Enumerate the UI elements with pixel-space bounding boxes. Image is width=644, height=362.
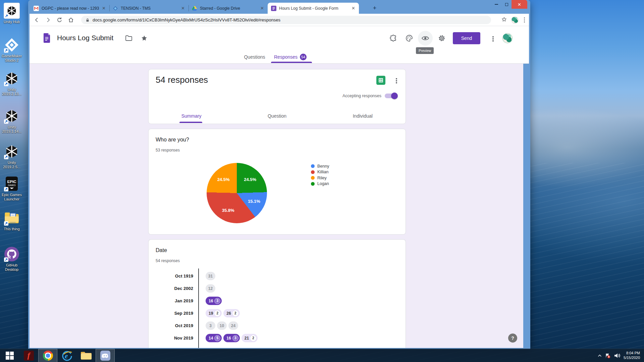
taskbar-apps: fe — [0, 349, 115, 362]
preview-eye-icon[interactable] — [418, 31, 433, 46]
send-button[interactable]: Send — [453, 32, 480, 44]
taskbar: fe 8:04 PM 5/15/2020 — [0, 349, 644, 362]
create-spreadsheet-icon[interactable] — [376, 76, 385, 85]
theme-palette-icon[interactable] — [405, 34, 413, 42]
desktop-icon-label: Unity 2019.1.14... — [1, 125, 23, 134]
github-icon — [4, 246, 20, 262]
tab-questions[interactable]: Questions — [239, 54, 270, 60]
date-bubble[interactable]: 262 — [223, 309, 239, 317]
summary-tab-summary[interactable]: Summary — [149, 113, 234, 119]
date-row: Nov 2019145163212 — [149, 332, 402, 344]
browser-tab[interactable]: Starred - Google Drive✕ — [189, 3, 268, 14]
date-row-label: Dec 2002 — [149, 286, 193, 291]
responses-count-badge: 54 — [300, 54, 307, 60]
tray-chevron-up-icon[interactable] — [598, 354, 602, 357]
lock-icon — [85, 18, 90, 22]
desktop-icon-github-desktop[interactable]: GitHub Desktop — [1, 246, 23, 272]
security-flag-icon[interactable] — [605, 353, 611, 359]
date-row: Dec 200212 — [149, 282, 402, 295]
accepting-responses-toggle[interactable] — [385, 94, 397, 98]
shortcut-arrow-icon — [4, 119, 8, 124]
taskbar-file-explorer[interactable] — [76, 349, 96, 362]
desktop-icon-unity-2019-2-5[interactable]: Unity 2019.2.5... — [1, 143, 23, 169]
taskbar-clock[interactable]: 8:04 PM 5/15/2020 — [624, 351, 640, 360]
forms-icon — [271, 6, 276, 11]
date-row-bubbles: 192262 — [206, 309, 240, 317]
desktop-icon-label: GameMaker Studio 2 — [1, 54, 23, 63]
desktop-icon-unity-hub[interactable]: Unity Hub — [1, 3, 23, 24]
reload-icon[interactable] — [55, 15, 64, 24]
legend-item: Killian — [311, 169, 329, 175]
date-bubble[interactable]: 163 — [206, 297, 222, 305]
shortcut-arrow-icon — [4, 155, 8, 159]
browser-tab[interactable]: Hours Log Submit - Google Form✕ — [268, 3, 359, 14]
desktop-icon-gamemaker-studio-2[interactable]: GameMaker Studio 2 — [1, 37, 23, 63]
url-bar[interactable]: docs.google.com/forms/d/1ICxCB3ImNykGyeA… — [81, 16, 491, 24]
date-bubble[interactable]: 24 — [228, 321, 238, 330]
legend-label: Logan — [317, 181, 329, 186]
date-bubble[interactable]: 163 — [223, 334, 239, 342]
legend-dot — [311, 182, 315, 186]
date-bubble[interactable]: 145 — [206, 334, 222, 342]
desktop-icon-unity-2019-1-14[interactable]: Unity 2019.1.14... — [1, 108, 23, 134]
unity-icon — [4, 143, 20, 160]
taskbar-discord[interactable] — [96, 349, 115, 362]
settings-gear-icon[interactable] — [438, 34, 446, 42]
account-avatar[interactable] — [502, 33, 513, 43]
summary-tab-individual[interactable]: Individual — [320, 113, 406, 119]
tab-close-icon[interactable]: ✕ — [259, 6, 265, 11]
date-bubble[interactable]: 3 — [206, 321, 215, 330]
desktop: Unity HubGameMaker Studio 2Unity 2019.2.… — [0, 0, 644, 362]
tab-close-icon[interactable]: ✕ — [351, 6, 356, 11]
forms-doc-icon[interactable] — [43, 33, 51, 43]
card-menu-icon[interactable] — [394, 77, 398, 85]
date-bubble[interactable]: 10 — [217, 321, 227, 330]
browser-profile-avatar[interactable] — [511, 16, 519, 24]
browser-menu-icon[interactable] — [523, 16, 527, 24]
folder-move-icon[interactable] — [125, 34, 133, 42]
desktop-icon-this-thing[interactable]: This thing — [1, 210, 23, 231]
taskbar-internet-explorer[interactable]: e — [57, 349, 76, 362]
minimize-button[interactable] — [491, 0, 501, 9]
browser-tab[interactable]: TENSION - TMS✕ — [109, 3, 189, 14]
window-controls: ✕ — [491, 0, 527, 9]
date-bubble[interactable]: 212 — [241, 334, 258, 342]
desktop-icon-unity-2019-2-13[interactable]: Unity 2019.2.13... — [1, 70, 23, 96]
question-response-count: 53 responses — [156, 148, 180, 153]
home-icon[interactable] — [66, 15, 75, 24]
back-icon[interactable] — [32, 15, 41, 24]
bookmark-star-icon[interactable] — [501, 16, 507, 24]
date-bubble[interactable]: 192 — [206, 309, 222, 317]
accepting-responses-label: Accepting responses — [342, 94, 381, 98]
form-title[interactable]: Hours Log Submit — [57, 34, 113, 42]
maximize-button[interactable] — [501, 0, 512, 9]
summary-tab-question[interactable]: Question — [234, 113, 320, 119]
new-tab-button[interactable]: + — [370, 4, 379, 12]
form-menu-icon[interactable] — [491, 35, 495, 43]
browser-toolbar: docs.google.com/forms/d/1ICxCB3ImNykGyeA… — [30, 14, 529, 26]
taskbar-flash[interactable]: f — [19, 349, 38, 362]
date-bubble[interactable]: 12 — [206, 284, 215, 293]
add-ons-puzzle-icon[interactable] — [389, 34, 397, 42]
desktop-icon-epic-games-launcher[interactable]: EPICGAMESEpic Games Launcher — [1, 176, 23, 201]
legend-item: Riley — [311, 175, 329, 181]
tab-close-icon[interactable]: ✕ — [101, 6, 107, 11]
browser-window: OGPC - please read now - 12932✕TENSION -… — [28, 0, 530, 349]
pie-chart: 24.5%15.1%35.8%24.5% — [207, 163, 267, 223]
close-button[interactable]: ✕ — [512, 0, 527, 9]
responses-page: 54 responses Accepting responses Summary… — [30, 64, 523, 348]
tab-responses[interactable]: Responses 54 — [274, 54, 307, 60]
date-row-bubbles: 31024 — [206, 321, 238, 330]
taskbar-start[interactable] — [0, 349, 19, 362]
date-bubble[interactable]: 31 — [206, 272, 215, 280]
help-button[interactable]: ? — [508, 334, 517, 343]
starred-icon[interactable] — [140, 34, 148, 42]
forward-icon[interactable] — [44, 15, 52, 24]
tab-close-icon[interactable]: ✕ — [180, 6, 186, 11]
volume-icon[interactable] — [614, 353, 621, 359]
tension-icon — [113, 6, 118, 11]
epic-icon: EPICGAMES — [4, 176, 20, 192]
browser-tab[interactable]: OGPC - please read now - 12932✕ — [30, 3, 109, 14]
taskbar-chrome[interactable] — [38, 349, 57, 362]
shortcut-arrow-icon — [4, 187, 8, 191]
